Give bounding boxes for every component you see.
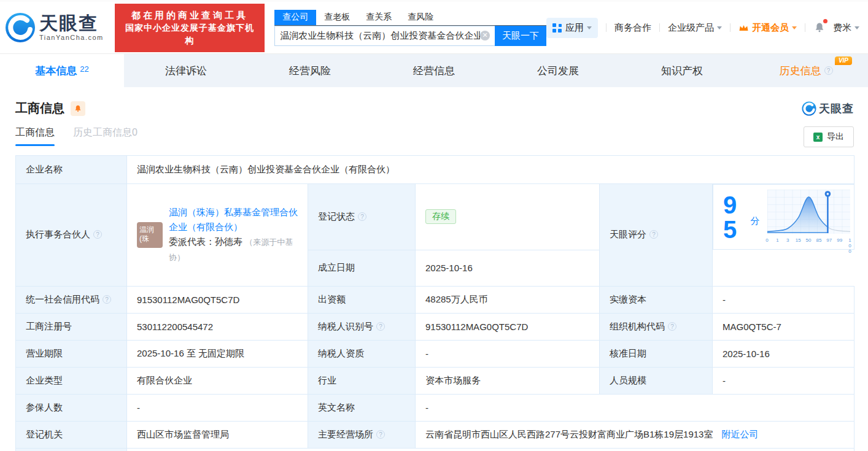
field-value-establish-date: 2025-10-16 — [416, 250, 600, 286]
label-text: 企业名称 — [26, 164, 63, 174]
nav-enterprise[interactable]: 企业级产品 — [668, 22, 722, 34]
label-text: 主要经营场所 — [318, 429, 373, 439]
export-label: 导出 — [827, 131, 844, 142]
tab-basic-info[interactable]: 基本信息 22 — [0, 54, 124, 87]
score-chart-axis: 0131550859799100 — [767, 237, 850, 244]
nav-apps[interactable]: 应用 — [546, 18, 598, 38]
label-text: 执行事务合伙人 — [26, 229, 90, 239]
field-value-english-name: - — [416, 394, 854, 421]
label-text: 企业类型 — [26, 375, 63, 385]
partner-representative: 委派代表：孙德寿 — [169, 236, 242, 247]
field-value-executive-partner: 温润(珠 温润（珠海）私募基金管理合伙企业（有限合伙） 委派代表：孙德寿 （来源… — [127, 184, 308, 287]
search-tab-company[interactable]: 查公司 — [274, 10, 316, 25]
value-text: - — [425, 403, 428, 413]
search-button[interactable]: 天眼一下 — [495, 26, 546, 46]
section-watermark-logo: 天眼查 — [802, 101, 854, 116]
label-text: 出资额 — [318, 294, 346, 304]
nearby-companies-link[interactable]: 附近公司 — [722, 429, 759, 439]
help-icon[interactable]: ? — [649, 230, 658, 239]
subtab-business-info[interactable]: 工商信息 — [15, 126, 55, 146]
table-row: 营业期限 2025-10-16 至 无固定期限 纳税人资质 - 核准日期 202… — [16, 340, 854, 367]
vip-badge: VIP — [835, 56, 852, 65]
label-text: 统一社会信用代码 — [26, 294, 99, 304]
nav-user[interactable]: 费米 — [833, 22, 859, 34]
score-axis-tick: 100 — [848, 237, 851, 254]
field-label-approval-date: 核准日期 — [600, 340, 713, 367]
nav-separator — [805, 23, 805, 32]
tab-company-development[interactable]: 公司发展 — [496, 54, 620, 87]
field-value-reg-authority: 西山区市场监督管理局 — [127, 421, 308, 448]
chevron-down-icon — [587, 26, 592, 29]
field-label-reg-status: 登记状态? — [308, 184, 416, 250]
search-input[interactable] — [280, 31, 480, 41]
tab-intellectual-property-label: 知识产权 — [661, 64, 703, 78]
notification-bell[interactable] — [813, 21, 826, 34]
help-icon[interactable]: ? — [376, 322, 385, 331]
clear-search-icon[interactable]: ✕ — [480, 31, 490, 40]
field-value-industry: 资本市场服务 — [416, 367, 600, 394]
field-value-reg-number: 530112200545472 — [127, 313, 308, 340]
logo-text: 天眼查 TianYanCha.com — [39, 14, 104, 41]
partner-company-link[interactable]: 温润（珠海）私募基金管理合伙企业（有限合伙） — [169, 207, 298, 232]
partner-avatar[interactable]: 温润(珠 — [137, 222, 163, 248]
value-text: 91530112MAG0QT5C7D — [425, 322, 528, 332]
nav-cooperation[interactable]: 商务合作 — [614, 22, 651, 34]
field-label-executive-partner: 执行事务合伙人? — [16, 184, 127, 287]
label-text: 人员规模 — [610, 375, 646, 385]
status-badge: 存续 — [425, 209, 456, 224]
tab-history-info-label: 历史信息 — [780, 64, 821, 78]
nav-open-vip[interactable]: 开通会员 — [738, 22, 797, 34]
value-text: 91530112MAG0QT5C7D — [137, 295, 239, 305]
header-nav: 应用 商务合作 企业级产品 开通会员 费米 — [546, 18, 859, 38]
score-axis-tick: 50 — [806, 237, 812, 243]
partner-info: 温润（珠海）私募基金管理合伙企业（有限合伙） 委派代表：孙德寿 （来源于中基协） — [169, 205, 298, 265]
label-text: 营业期限 — [26, 348, 63, 358]
tab-operation-risk[interactable]: 经营风险 — [248, 54, 372, 87]
main-tabbar: 基本信息 22 法律诉讼 经营风险 经营信息 公司发展 知识产权 VIP 历史信… — [0, 54, 868, 87]
value-text: 西山区市场监督管理局 — [137, 429, 229, 439]
chevron-down-icon — [717, 26, 722, 29]
tianyancha-logo[interactable]: 天眼查 TianYanCha.com — [5, 12, 104, 43]
value-text: - — [137, 403, 140, 413]
search-tab-relation[interactable]: 查关系 — [358, 10, 400, 25]
field-label-tyc-score: 天眼评分? — [600, 184, 713, 287]
score-axis-tick: 1 — [776, 237, 778, 243]
search-tab-boss[interactable]: 查老板 — [316, 10, 358, 25]
field-label-company-type: 企业类型 — [16, 367, 127, 394]
label-text: 纳税人识别号 — [318, 321, 373, 331]
field-label-capital: 出资额 — [308, 286, 416, 313]
field-value-credit-code: 91530112MAG0QT5C7D — [127, 286, 308, 313]
help-icon[interactable]: ? — [93, 230, 102, 239]
table-row: 工商注册号 530112200545472 纳税人识别号? 91530112MA… — [16, 313, 854, 340]
score-pin-head-center — [826, 193, 829, 195]
score-number: 95 — [723, 193, 749, 242]
logo-title: 天眼查 — [39, 14, 104, 33]
label-text: 行业 — [318, 375, 336, 385]
nav-separator — [659, 23, 660, 32]
export-button[interactable]: x 导出 — [804, 126, 854, 147]
business-info-table: 企业名称 温润农业生物科技（云南）创业投资基金合伙企业（有限合伙） 执行事务合伙… — [15, 155, 854, 451]
field-value-staff-size: - — [713, 367, 854, 394]
subscribe-bell-button[interactable] — [71, 101, 85, 116]
crown-icon — [738, 23, 749, 33]
tab-operation-info[interactable]: 经营信息 — [372, 54, 496, 87]
label-text: 实缴资本 — [610, 294, 646, 304]
field-value-paid-capital: - — [713, 286, 854, 313]
search-tab-risk[interactable]: 查风险 — [400, 10, 441, 25]
help-icon[interactable]: ? — [668, 322, 676, 331]
subtab-history-business-info[interactable]: 历史工商信息0 — [73, 126, 138, 146]
tab-history-info[interactable]: VIP 历史信息 ? — [744, 54, 868, 87]
tab-legal[interactable]: 法律诉讼 — [124, 54, 248, 87]
search-area: 查公司 查老板 查关系 查风险 ✕ 天眼一下 — [274, 10, 546, 46]
tab-legal-label: 法律诉讼 — [165, 64, 207, 78]
tab-intellectual-property[interactable]: 知识产权 — [620, 54, 744, 87]
help-icon[interactable]: ? — [824, 66, 833, 75]
field-value-business-scope: 一般项目：创业投资（限投资未上市企业）。（除依法须经批准的项目外，凭营业执照依法… — [127, 448, 854, 451]
field-label-business-address: 主要经营场所? — [308, 421, 416, 448]
field-value-taxpayer-id: 91530112MAG0QT5C7D — [416, 313, 600, 340]
promo-banner: 都在用的商业查询工具 国家中小企业发展子基金旗下机构 — [115, 4, 265, 52]
help-icon[interactable]: ? — [376, 430, 385, 439]
subtab-row: 工商信息 历史工商信息0 x 导出 — [15, 126, 854, 147]
help-icon[interactable]: ? — [103, 295, 111, 304]
help-icon[interactable]: ? — [358, 212, 366, 221]
